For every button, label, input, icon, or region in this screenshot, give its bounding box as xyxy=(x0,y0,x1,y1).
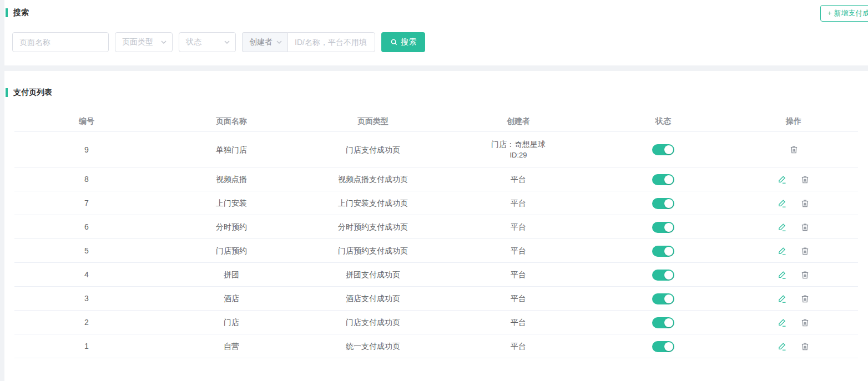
edit-button[interactable] xyxy=(778,222,787,232)
cell-page-type: 拼团支付成功页 xyxy=(304,269,442,280)
cell-actions xyxy=(731,246,856,256)
delete-button[interactable] xyxy=(800,342,810,351)
cell-page-type: 视频点播支付成功页 xyxy=(304,174,442,185)
creator-id: ID:29 xyxy=(442,150,595,161)
status-toggle[interactable] xyxy=(652,270,674,281)
edit-pencil-icon xyxy=(778,342,787,351)
chevron-down-icon xyxy=(276,40,282,44)
status-toggle[interactable] xyxy=(652,246,674,257)
table-row: 9单独门店门店支付成功页门店：奇想星球ID:29 xyxy=(14,132,858,167)
edit-pencil-icon xyxy=(778,270,787,280)
cell-id: 8 xyxy=(14,174,159,185)
chevron-down-icon xyxy=(224,40,230,44)
cell-id: 4 xyxy=(14,269,159,280)
edit-pencil-icon xyxy=(778,294,787,303)
edit-button[interactable] xyxy=(778,175,787,184)
trash-icon xyxy=(800,199,810,208)
cell-page-name: 分时预约 xyxy=(159,221,304,232)
search-section-title: 搜索 xyxy=(4,0,868,18)
cell-page-name: 视频点播 xyxy=(159,174,304,185)
page-name-input[interactable] xyxy=(12,32,109,52)
status-toggle[interactable] xyxy=(652,317,674,328)
cell-page-name: 酒店 xyxy=(159,293,304,304)
cell-id: 1 xyxy=(14,341,159,352)
table-row: 2门店门店支付成功页平台 xyxy=(14,311,858,334)
delete-button[interactable] xyxy=(800,318,810,327)
cell-actions xyxy=(731,199,856,208)
delete-button[interactable] xyxy=(800,175,810,184)
status-toggle[interactable] xyxy=(652,293,674,304)
cell-page-name: 门店 xyxy=(159,317,304,328)
add-payment-success-page-button[interactable]: + 新增支付成功页 xyxy=(820,5,868,22)
column-header-page-name: 页面名称 xyxy=(159,115,304,126)
search-button[interactable]: 搜索 xyxy=(381,32,425,52)
payment-page-table: 编号 页面名称 页面类型 创建者 状态 操作 9单独门店门店支付成功页门店：奇想… xyxy=(14,110,858,358)
cell-page-name: 上门安装 xyxy=(159,197,304,209)
delete-button[interactable] xyxy=(800,199,810,208)
toggle-knob xyxy=(664,247,673,256)
edit-button[interactable] xyxy=(778,318,787,327)
cell-id: 7 xyxy=(14,197,159,209)
cell-actions xyxy=(731,342,856,351)
cell-id: 3 xyxy=(14,293,159,304)
payment-page-list-panel: 支付页列表 编号 页面名称 页面类型 创建者 状态 操作 9单独门店门店支付成功… xyxy=(4,71,868,381)
toggle-knob xyxy=(664,271,673,280)
cell-creator: 平台 xyxy=(442,341,595,352)
table-row: 3酒店酒店支付成功页平台 xyxy=(14,287,858,311)
cell-creator: 平台 xyxy=(442,317,595,328)
search-title: 搜索 xyxy=(13,8,29,18)
cell-status xyxy=(595,268,731,280)
table-row: 6分时预约分时预约支付成功页平台 xyxy=(14,215,858,239)
delete-button[interactable] xyxy=(800,270,810,280)
page-type-select[interactable]: 页面类型 xyxy=(115,32,173,52)
cell-creator: 平台 xyxy=(442,269,595,280)
edit-button[interactable] xyxy=(778,270,787,280)
cell-creator: 平台 xyxy=(442,174,595,185)
delete-button[interactable] xyxy=(789,145,799,154)
status-toggle[interactable] xyxy=(652,341,674,352)
creator-name: 门店：奇想星球 xyxy=(442,139,595,150)
table-body: 9单独门店门店支付成功页门店：奇想星球ID:298视频点播视频点播支付成功页平台… xyxy=(14,132,858,358)
cell-page-type: 分时预约支付成功页 xyxy=(304,221,442,232)
title-accent-bar xyxy=(6,88,8,97)
cell-creator: 平台 xyxy=(442,197,595,209)
page-type-select-value: 页面类型 xyxy=(122,37,153,47)
cell-creator: 门店：奇想星球ID:29 xyxy=(442,139,595,161)
cell-status xyxy=(595,144,731,155)
cell-creator: 平台 xyxy=(442,245,595,256)
status-toggle[interactable] xyxy=(652,222,674,233)
edit-button[interactable] xyxy=(778,246,787,256)
creator-select[interactable]: 创建者 xyxy=(242,32,287,52)
cell-creator: 平台 xyxy=(442,293,595,304)
delete-button[interactable] xyxy=(800,222,810,232)
status-toggle[interactable] xyxy=(652,198,674,209)
cell-id: 9 xyxy=(14,144,159,155)
status-toggle[interactable] xyxy=(652,174,674,185)
column-header-id: 编号 xyxy=(14,115,159,126)
trash-icon xyxy=(800,270,810,280)
title-accent-bar xyxy=(6,8,8,17)
toggle-knob xyxy=(664,175,673,184)
edit-button[interactable] xyxy=(778,294,787,303)
id-name-input[interactable] xyxy=(287,32,375,52)
cell-page-name: 拼团 xyxy=(159,269,304,280)
edit-button[interactable] xyxy=(778,342,787,351)
cell-actions xyxy=(731,175,856,184)
toggle-knob xyxy=(664,294,673,303)
edit-pencil-icon xyxy=(778,318,787,327)
delete-button[interactable] xyxy=(800,294,810,303)
trash-icon xyxy=(800,342,810,351)
search-panel: 搜索 页面类型 状态 创建者 搜索 xyxy=(4,0,868,65)
cell-id: 2 xyxy=(14,317,159,328)
cell-status xyxy=(595,292,731,304)
delete-button[interactable] xyxy=(800,246,810,256)
edit-button[interactable] xyxy=(778,199,787,208)
status-select-value: 状态 xyxy=(186,37,201,47)
status-toggle[interactable] xyxy=(652,144,674,155)
trash-icon xyxy=(800,318,810,327)
column-header-creator: 创建者 xyxy=(442,115,595,126)
status-select[interactable]: 状态 xyxy=(179,32,236,52)
table-row: 4拼团拼团支付成功页平台 xyxy=(14,263,858,287)
cell-page-name: 自营 xyxy=(159,341,304,352)
cell-status xyxy=(595,197,731,209)
